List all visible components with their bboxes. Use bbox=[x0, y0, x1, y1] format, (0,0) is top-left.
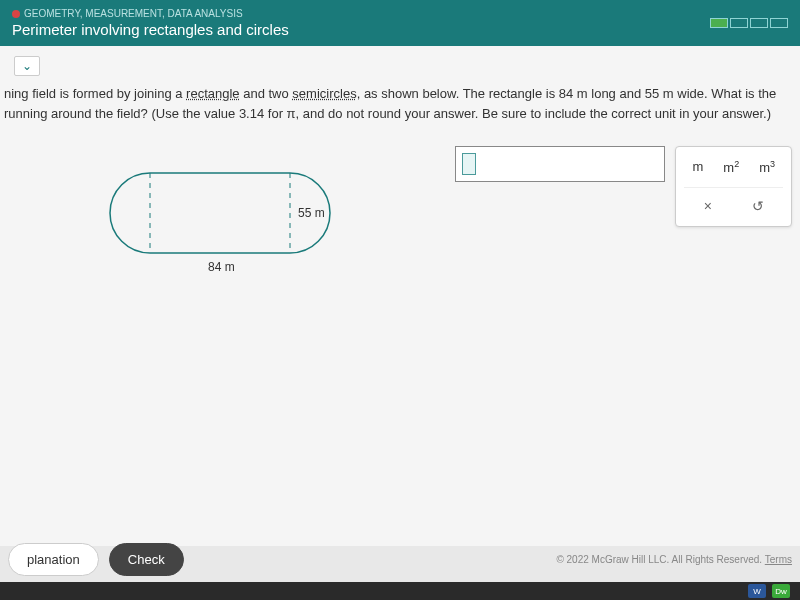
problem-fragment: ning field is formed by joining a bbox=[4, 86, 186, 101]
problem-text: ning field is formed by joining a rectan… bbox=[0, 84, 800, 123]
lesson-title: Perimeter involving rectangles and circl… bbox=[12, 21, 289, 38]
stadium-figure: 55 m 84 m bbox=[100, 153, 360, 283]
taskbar: W Dw bbox=[0, 582, 800, 600]
input-cursor-box bbox=[462, 153, 476, 175]
terms-link[interactable]: Terms bbox=[765, 554, 792, 565]
bottom-bar: planation Check © 2022 McGraw Hill LLC. … bbox=[0, 543, 800, 576]
unit-row: m m2 m3 bbox=[684, 155, 783, 179]
answer-input[interactable] bbox=[455, 146, 665, 182]
tool-row: × ↺ bbox=[684, 187, 783, 218]
problem-fragment: , as shown below. The rectangle is 84 m … bbox=[357, 86, 777, 101]
chevron-down-icon: ⌄ bbox=[22, 59, 32, 73]
copyright-text: © 2022 McGraw Hill LLC. All Rights Reser… bbox=[556, 554, 762, 565]
content-area: ⌄ ning field is formed by joining a rect… bbox=[0, 46, 800, 546]
progress-segment bbox=[770, 18, 788, 28]
copyright: © 2022 McGraw Hill LLC. All Rights Reser… bbox=[556, 554, 792, 565]
header-text: GEOMETRY, MEASUREMENT, DATA ANALYSIS Per… bbox=[12, 8, 289, 38]
height-label: 55 m bbox=[298, 206, 325, 220]
progress-segment bbox=[710, 18, 728, 28]
expand-toggle-button[interactable]: ⌄ bbox=[14, 56, 40, 76]
check-button[interactable]: Check bbox=[109, 543, 184, 576]
category-text: GEOMETRY, MEASUREMENT, DATA ANALYSIS bbox=[24, 8, 243, 19]
taskbar-word-icon[interactable]: W bbox=[748, 584, 766, 598]
unit-m3-button[interactable]: m3 bbox=[759, 159, 775, 175]
category-label: GEOMETRY, MEASUREMENT, DATA ANALYSIS bbox=[12, 8, 289, 19]
clear-icon[interactable]: × bbox=[704, 198, 712, 214]
term-rectangle[interactable]: rectangle bbox=[186, 86, 239, 101]
undo-icon[interactable]: ↺ bbox=[752, 198, 764, 214]
explanation-button[interactable]: planation bbox=[8, 543, 99, 576]
stadium-outline bbox=[110, 173, 330, 253]
problem-fragment: running around the field? (Use the value… bbox=[4, 106, 771, 121]
bottom-left: planation Check bbox=[8, 543, 184, 576]
unit-m2-button[interactable]: m2 bbox=[723, 159, 739, 175]
progress-indicator bbox=[710, 18, 788, 28]
category-dot-icon bbox=[12, 10, 20, 18]
problem-fragment: and two bbox=[240, 86, 293, 101]
taskbar-dw-icon[interactable]: Dw bbox=[772, 584, 790, 598]
unit-m-button[interactable]: m bbox=[692, 159, 703, 175]
progress-segment bbox=[750, 18, 768, 28]
lesson-header: GEOMETRY, MEASUREMENT, DATA ANALYSIS Per… bbox=[0, 0, 800, 46]
answer-row: m m2 m3 × ↺ bbox=[455, 146, 792, 227]
progress-segment bbox=[730, 18, 748, 28]
term-semicircles[interactable]: semicircles bbox=[292, 86, 356, 101]
width-label: 84 m bbox=[208, 260, 235, 274]
unit-panel: m m2 m3 × ↺ bbox=[675, 146, 792, 227]
